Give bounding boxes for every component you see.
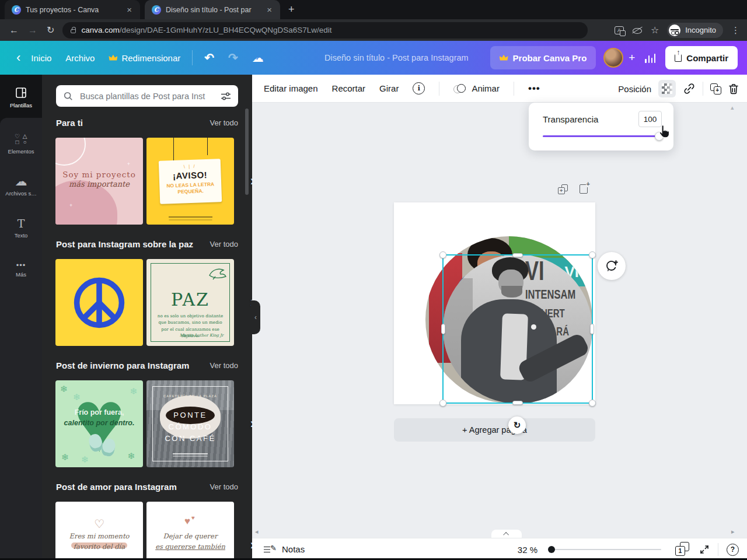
- add-page-button[interactable]: + Agregar página: [394, 418, 595, 442]
- canva-header: ‹ Inicio Archivo Redimensionar ↶ ↷ ☁ ✓ D…: [0, 41, 747, 75]
- filter-icon[interactable]: [221, 92, 231, 101]
- share-button[interactable]: ↑ Compartir: [665, 46, 738, 69]
- canva-favicon-icon: C: [12, 5, 21, 15]
- resize-handle-bottom[interactable]: [512, 401, 523, 405]
- snowflake-icon: ❄: [60, 384, 68, 394]
- panel-collapse-tab[interactable]: ‹: [251, 300, 260, 334]
- crop-button[interactable]: Recortar: [332, 83, 366, 93]
- resize-handle-ne[interactable]: [589, 251, 596, 258]
- flip-button[interactable]: Girar: [379, 83, 399, 93]
- translate-icon[interactable]: A: [615, 26, 624, 34]
- eye-off-icon[interactable]: [632, 26, 643, 34]
- duplicate-icon[interactable]: +: [710, 83, 721, 94]
- sidebar-item-archivos[interactable]: ☁↑ Archivos s…: [0, 167, 42, 205]
- browser-tab-design[interactable]: C Diseño sin título - Post par ×: [145, 0, 280, 19]
- redo-icon[interactable]: ↷: [228, 51, 238, 65]
- scroll-up-icon[interactable]: ▴: [731, 104, 734, 111]
- ver-todo-link[interactable]: Ver todo: [210, 482, 238, 491]
- dup-front: +: [558, 187, 565, 195]
- rotate-handle[interactable]: ↻: [508, 416, 526, 434]
- info-icon[interactable]: i: [413, 82, 425, 94]
- template-thumb-cafe[interactable]: CAFETERÍA DE LA PLAZA PONTE CÓMODO CON C…: [146, 380, 234, 467]
- page-indicator[interactable]: 1: [675, 544, 687, 556]
- transparency-button[interactable]: [658, 80, 676, 97]
- toolbar-divider: [514, 82, 514, 96]
- zoom-slider[interactable]: [549, 549, 661, 550]
- resize-handle-nw[interactable]: [439, 251, 446, 258]
- template-thumb-peace-symbol[interactable]: [55, 259, 143, 346]
- menu-inicio[interactable]: Inicio: [31, 53, 51, 63]
- sidebar-item-texto[interactable]: T Texto: [0, 209, 42, 247]
- transparency-row: Transparencia: [529, 103, 673, 127]
- template-search-box[interactable]: [56, 85, 238, 107]
- add-page-icon[interactable]: +: [580, 184, 588, 194]
- add-member-icon[interactable]: +: [629, 51, 635, 64]
- edit-image-button[interactable]: Editar imagen: [264, 83, 318, 93]
- browser-tab-projects[interactable]: C Tus proyectos - Canva ×: [5, 0, 140, 19]
- template-text: más importante: [55, 180, 143, 188]
- section-header-amor: Post de amor para Instagram Ver todo: [56, 481, 238, 492]
- scroll-left-icon[interactable]: ◂: [255, 528, 259, 536]
- scroll-right-icon[interactable]: ▸: [731, 528, 735, 536]
- collapse-bottombar-tab[interactable]: [491, 530, 522, 538]
- sidebar-item-plantillas[interactable]: Plantillas: [0, 78, 42, 117]
- sidebar-item-mas[interactable]: ••• Más: [0, 251, 42, 289]
- hearts-decor: ♥♥: [184, 514, 196, 527]
- ver-todo-link[interactable]: Ver todo: [210, 240, 238, 249]
- section-title: Post para Instagram sobre la paz: [56, 239, 193, 249]
- resize-handle-left[interactable]: [441, 324, 445, 334]
- fullscreen-icon[interactable]: [699, 544, 710, 555]
- resize-button[interactable]: Redimensionar: [109, 53, 180, 63]
- template-thumb-amor-2[interactable]: ♥♥ Dejar de querer es quererse también: [146, 502, 234, 560]
- template-thumb-aviso[interactable]: \ | / ¡AVISO! NO LEAS LA LETRA PEQUEÑA.: [146, 138, 234, 225]
- close-tab-icon[interactable]: ×: [264, 5, 274, 15]
- forward-icon[interactable]: →: [28, 25, 37, 36]
- reload-icon[interactable]: ↻: [47, 24, 54, 36]
- insights-chart-icon[interactable]: [645, 53, 655, 63]
- document-title[interactable]: Diseño sin título - Post para Instagram: [324, 53, 469, 62]
- delete-icon[interactable]: [728, 83, 739, 94]
- animate-button[interactable]: Animar: [453, 83, 500, 94]
- statusbar-divider: [718, 543, 718, 556]
- try-pro-button[interactable]: Probar Canva Pro: [490, 46, 596, 69]
- undo-icon[interactable]: ↶: [204, 51, 214, 65]
- resize-handle-right[interactable]: [590, 324, 594, 334]
- resize-label: Redimensionar: [121, 53, 180, 63]
- resize-handle-top[interactable]: [512, 253, 523, 257]
- resize-handle-sw[interactable]: [439, 400, 446, 407]
- position-button[interactable]: Posición: [618, 84, 651, 94]
- duplicate-page-icon[interactable]: +: [558, 184, 568, 194]
- more-options-icon[interactable]: •••: [528, 83, 540, 94]
- ver-todo-link[interactable]: Ver todo: [210, 361, 238, 370]
- home-back-icon[interactable]: ‹: [16, 51, 20, 64]
- snowflake-icon: ❄: [61, 452, 69, 463]
- resize-handle-se[interactable]: [589, 400, 596, 407]
- help-button[interactable]: ?: [727, 544, 739, 556]
- cloud-save-icon: ☁ ✓: [252, 52, 264, 64]
- rail-label: Elementos: [8, 148, 34, 155]
- zoom-slider-thumb[interactable]: [548, 546, 555, 553]
- notes-button[interactable]: ✎ Notas: [252, 544, 305, 554]
- template-thumb-paz-quote[interactable]: PAZ no es solo un objetivo distante que …: [146, 259, 234, 346]
- canva-editor-screen: C Tus proyectos - Canva × C Diseño sin t…: [0, 0, 747, 560]
- ver-todo-link[interactable]: Ver todo: [210, 118, 238, 127]
- sidebar-item-elementos[interactable]: ♡△□○ Elementos: [0, 125, 42, 163]
- design-image-bw-selected[interactable]: VI INTENSAM A MUERT EMBLARÁ TE UST: [443, 254, 592, 404]
- avatar[interactable]: [603, 48, 623, 68]
- close-tab-icon[interactable]: ×: [124, 5, 134, 15]
- animate-icon: [453, 83, 466, 94]
- template-thumb-frio[interactable]: ♥ ❄ ❄ ❄ ❄ ❄ ❄ Frío por fuera, calentito …: [55, 380, 143, 467]
- search-input[interactable]: [79, 91, 215, 102]
- browser-menu-icon[interactable]: ⋮: [731, 25, 740, 36]
- transparency-slider[interactable]: [543, 135, 659, 137]
- url-path: /design/DAE-1GmHuhY/zLU_BH4ECQwQNgDSa6S7…: [120, 26, 332, 34]
- link-icon[interactable]: [683, 82, 696, 95]
- bookmark-star-icon[interactable]: ☆: [651, 24, 659, 36]
- back-icon[interactable]: ←: [9, 25, 19, 36]
- new-tab-button[interactable]: +: [288, 4, 295, 16]
- url-field[interactable]: canva.com/design/DAE-1GmHuhY/zLU_BH4ECQw…: [62, 22, 588, 38]
- add-comment-button[interactable]: [598, 252, 626, 280]
- template-thumb-amor-1[interactable]: ♡ Eres mi momento favorito del día: [55, 502, 143, 560]
- template-thumb-proyecto[interactable]: + + Soy mi proyecto más importante: [55, 138, 143, 225]
- menu-archivo[interactable]: Archivo: [65, 53, 95, 63]
